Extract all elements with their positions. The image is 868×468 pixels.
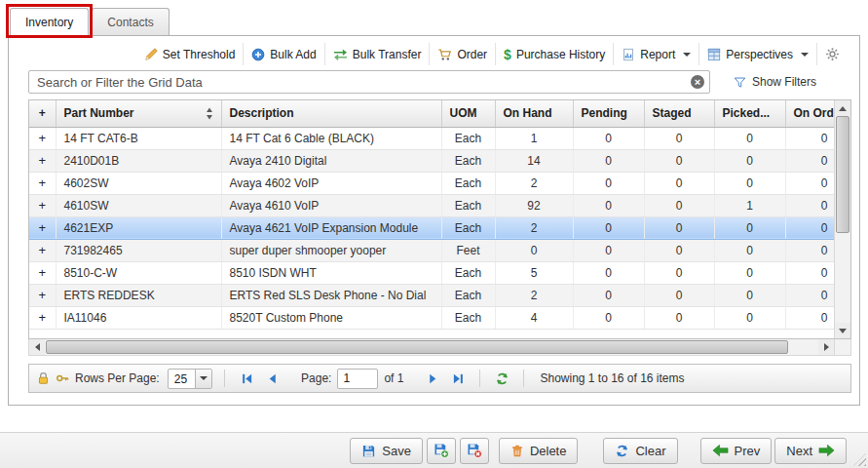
cell-pending: 0	[573, 172, 644, 194]
row-expander[interactable]: +	[29, 172, 56, 194]
cell-pending: 0	[573, 284, 644, 306]
cell-staged: 0	[644, 306, 714, 329]
horizontal-scroll-thumb[interactable]	[46, 340, 788, 354]
rows-per-page-select[interactable]: 25	[168, 369, 212, 389]
table-row[interactable]: + 4602SW Avaya 4602 VoIP Each 2 0 0 0 0	[29, 172, 834, 194]
cell-description: 8510 ISDN WHT	[221, 261, 441, 284]
cell-picked: 0	[714, 284, 785, 306]
table-row[interactable]: + 14 FT CAT6-B 14 FT Cat 6 Cable (BLACK)…	[29, 127, 834, 149]
table-row[interactable]: + 4621EXP Avaya 4621 VoIP Expansion Modu…	[29, 216, 834, 239]
column-header-description[interactable]: Description	[221, 100, 441, 127]
table-row[interactable]: + ERTS REDDESK ERTS Red SLS Desk Phone -…	[29, 284, 834, 306]
set-threshold-button[interactable]: Set Threshold	[136, 43, 244, 65]
pager-bar: Rows Per Page: 25 Page: of 1	[28, 364, 851, 393]
cell-description: 8520T Custom Phone	[221, 306, 441, 329]
last-page-button[interactable]	[448, 369, 468, 388]
search-input[interactable]	[28, 70, 710, 94]
bulk-add-button[interactable]: Bulk Add	[243, 43, 323, 65]
row-expander[interactable]: +	[29, 261, 56, 284]
key-icon[interactable]	[56, 371, 69, 385]
report-button[interactable]: Report	[613, 43, 698, 65]
left-arrow-icon	[35, 343, 40, 351]
perspectives-icon	[707, 48, 721, 61]
purchase-history-button[interactable]: $ Purchase History	[495, 43, 613, 65]
prev-page-button[interactable]	[262, 369, 282, 388]
save-button[interactable]: Save	[350, 438, 423, 464]
perspectives-button[interactable]: Perspectives	[698, 43, 816, 65]
clear-search-icon[interactable]: ×	[691, 75, 704, 89]
horizontal-scrollbar[interactable]	[29, 339, 834, 355]
delete-label: Delete	[530, 444, 567, 458]
table-row[interactable]: + 2410D01B Avaya 2410 Digital Each 14 0 …	[29, 149, 834, 172]
page-number-input[interactable]	[337, 369, 378, 389]
cell-part-number: 8510-C-W	[56, 261, 221, 284]
horizontal-scroll-track[interactable]	[45, 339, 818, 355]
column-header-pending[interactable]: Pending	[573, 100, 644, 127]
save-label: Save	[382, 444, 411, 458]
vertical-scrollbar[interactable]	[834, 100, 850, 338]
cell-on-hand: 2	[495, 172, 573, 194]
grid-settings-button[interactable]	[816, 43, 848, 65]
cell-staged: 0	[644, 284, 714, 306]
column-header-on-order[interactable]: On Order	[785, 100, 834, 127]
column-header-uom[interactable]: UOM	[441, 100, 495, 127]
app-window: Inventory Contacts Set Threshold Bulk Ad…	[8, 6, 860, 406]
vertical-scroll-thumb[interactable]	[836, 116, 849, 233]
lock-icon[interactable]	[37, 371, 50, 385]
vertical-scroll-track[interactable]	[835, 116, 850, 323]
row-expander[interactable]: +	[29, 306, 56, 329]
column-header-part-number[interactable]: Part Number	[56, 100, 221, 127]
row-expander[interactable]: +	[29, 127, 56, 149]
cell-on-order: 0	[785, 284, 834, 306]
sort-icon[interactable]	[206, 107, 213, 120]
show-filters-button[interactable]: Show Filters	[734, 75, 816, 89]
page-of-label: of 1	[384, 371, 403, 385]
table-row[interactable]: + 731982465 super duper shmooper yooper …	[29, 239, 834, 261]
show-filters-label: Show Filters	[752, 75, 816, 89]
cell-description: 14 FT Cat 6 Cable (BLACK)	[221, 127, 441, 149]
page-label: Page:	[301, 371, 331, 385]
search-box: ×	[28, 70, 710, 94]
purchase-history-label: Purchase History	[516, 48, 605, 61]
scroll-down-button[interactable]	[835, 323, 850, 338]
cell-on-order: 0	[785, 261, 834, 284]
column-header-expander[interactable]: +	[29, 100, 56, 127]
scroll-right-button[interactable]	[818, 339, 834, 355]
table-row[interactable]: + IA11046 8520T Custom Phone Each 4 0 0 …	[29, 306, 834, 329]
table-row[interactable]: + 8510-C-W 8510 ISDN WHT Each 5 0 0 0 0	[29, 261, 834, 284]
order-button[interactable]: Order	[429, 43, 495, 65]
tab-inventory[interactable]: Inventory	[10, 8, 89, 36]
refresh-icon[interactable]	[492, 369, 511, 388]
tab-contacts-label: Contacts	[107, 16, 153, 29]
row-expander[interactable]: +	[29, 216, 56, 239]
grid-header-row: + Part Number Description UOM	[29, 100, 834, 127]
pager-divider	[479, 370, 480, 387]
next-button[interactable]: Next	[774, 438, 847, 464]
chevron-down-icon	[683, 53, 691, 57]
tab-contacts[interactable]: Contacts	[92, 8, 169, 35]
clear-button[interactable]: Clear	[603, 438, 677, 464]
first-page-button[interactable]	[237, 369, 256, 388]
table-row[interactable]: + 4610SW Avaya 4610 VoIP Each 92 0 0 1 0	[29, 194, 834, 216]
column-header-on-hand[interactable]: On Hand	[495, 100, 573, 127]
delete-button[interactable]: Delete	[499, 438, 579, 464]
bulk-transfer-button[interactable]: Bulk Transfer	[324, 43, 430, 65]
save-and-new-button[interactable]	[427, 438, 456, 464]
column-header-picked[interactable]: Picked...	[714, 100, 785, 127]
scroll-left-button[interactable]	[29, 339, 45, 355]
save-and-close-button[interactable]	[460, 438, 489, 464]
action-bar: Save Delete Clear Prev Next	[0, 432, 868, 468]
gear-icon	[825, 47, 840, 61]
row-expander[interactable]: +	[29, 239, 56, 261]
next-page-button[interactable]	[423, 369, 442, 388]
cell-pending: 0	[573, 127, 644, 149]
row-expander[interactable]: +	[29, 284, 56, 306]
row-expander[interactable]: +	[29, 149, 56, 172]
column-header-staged[interactable]: Staged	[644, 100, 714, 127]
cell-on-hand: 4	[495, 306, 573, 329]
bulk-transfer-label: Bulk Transfer	[353, 48, 422, 61]
scroll-up-button[interactable]	[835, 100, 850, 116]
prev-button[interactable]: Prev	[700, 438, 773, 464]
save-close-icon	[467, 443, 482, 458]
row-expander[interactable]: +	[29, 194, 56, 216]
